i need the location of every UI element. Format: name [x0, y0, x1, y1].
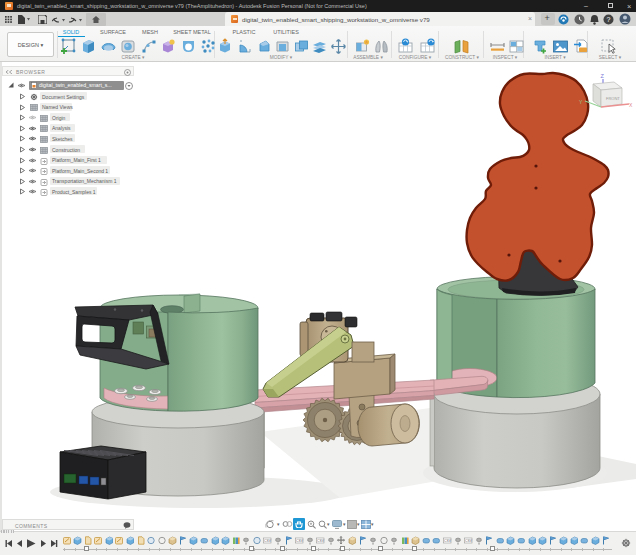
svg-text:CSV: CSV: [465, 539, 473, 543]
svg-text:CSV: CSV: [264, 539, 272, 543]
svg-text:CSV: CSV: [317, 539, 325, 543]
svg-text:X: X: [629, 102, 633, 108]
svg-text:CSV: CSV: [444, 539, 452, 543]
svg-text:Z: Z: [601, 73, 605, 79]
svg-text:FRONT: FRONT: [606, 96, 620, 101]
svg-text:?: ?: [606, 16, 610, 23]
svg-text:CSV: CSV: [296, 539, 304, 543]
